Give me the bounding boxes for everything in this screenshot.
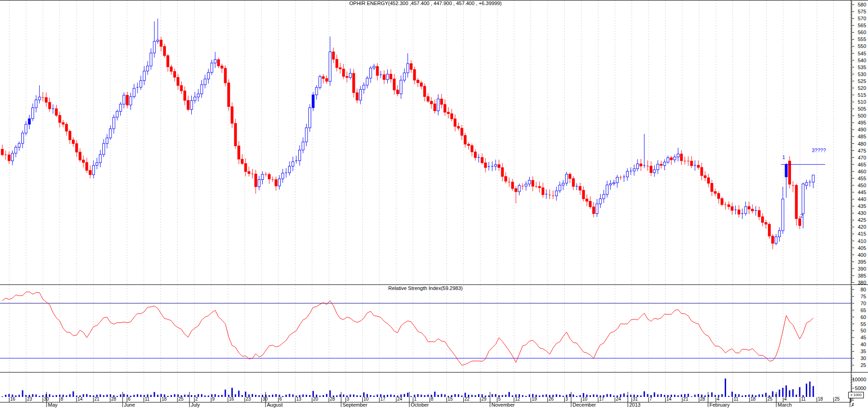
svg-text:14: 14 xyxy=(77,396,83,402)
svg-text:25: 25 xyxy=(861,362,866,368)
svg-text:April: April xyxy=(851,402,862,408)
svg-text:9: 9 xyxy=(212,396,215,402)
svg-text:23: 23 xyxy=(27,396,33,402)
svg-text:405: 405 xyxy=(858,245,866,251)
svg-text:490: 490 xyxy=(858,127,866,132)
svg-text:515: 515 xyxy=(858,92,866,98)
svg-text:10000: 10000 xyxy=(852,377,866,382)
svg-text:430: 430 xyxy=(858,210,866,216)
svg-text:385: 385 xyxy=(858,273,866,278)
svg-text:10: 10 xyxy=(582,396,588,402)
svg-text:570: 570 xyxy=(858,16,866,21)
svg-text:11: 11 xyxy=(801,396,806,402)
svg-text:45: 45 xyxy=(861,335,866,340)
svg-text:21: 21 xyxy=(683,396,689,402)
svg-text:390: 390 xyxy=(858,266,866,272)
svg-text:18: 18 xyxy=(818,396,823,402)
svg-text:530: 530 xyxy=(858,71,866,77)
svg-text:55: 55 xyxy=(861,321,866,327)
svg-text:465: 465 xyxy=(858,162,866,167)
svg-text:480: 480 xyxy=(858,141,866,147)
svg-text:July: July xyxy=(191,402,200,408)
svg-text:485: 485 xyxy=(858,134,866,139)
svg-text:50: 50 xyxy=(861,328,866,333)
svg-text:17: 17 xyxy=(599,396,605,402)
price-panel-title: OPHIR ENERGY(452.300 ,457.400 , 447.900 … xyxy=(0,0,851,6)
svg-text:75: 75 xyxy=(861,294,866,299)
rsi-panel-title: Relative Strength Index(59.2983) xyxy=(0,285,851,291)
svg-text:23: 23 xyxy=(246,396,251,402)
rsi-line xyxy=(2,292,813,365)
svg-text:6: 6 xyxy=(128,396,131,402)
chart-window: 123????580575570565560555550545540535530… xyxy=(0,0,868,408)
svg-text:535: 535 xyxy=(858,65,866,70)
weekly-gridlines xyxy=(9,0,850,402)
svg-text:2013: 2013 xyxy=(629,402,640,408)
svg-text:400: 400 xyxy=(858,252,866,258)
svg-text:80: 80 xyxy=(861,287,866,292)
svg-text:555: 555 xyxy=(858,36,866,42)
svg-text:455: 455 xyxy=(858,176,866,181)
svg-text:8: 8 xyxy=(61,396,64,402)
svg-text:June: June xyxy=(124,402,135,408)
svg-text:525: 525 xyxy=(858,78,866,84)
price-axis: 5805755705655605555505455405355305255205… xyxy=(851,2,866,285)
svg-text:18: 18 xyxy=(750,396,756,402)
svg-text:545: 545 xyxy=(858,51,866,56)
svg-text:May: May xyxy=(48,402,58,408)
svg-text:28: 28 xyxy=(330,396,336,402)
svg-text:520: 520 xyxy=(858,85,866,91)
svg-text:December: December xyxy=(573,402,596,408)
svg-text:15: 15 xyxy=(448,396,453,402)
svg-text:February: February xyxy=(709,402,730,408)
svg-text:August: August xyxy=(267,402,283,408)
svg-text:30: 30 xyxy=(861,355,866,361)
svg-text:24: 24 xyxy=(397,396,403,402)
svg-text:14: 14 xyxy=(667,396,672,402)
svg-text:550: 550 xyxy=(858,43,866,49)
svg-text:11: 11 xyxy=(145,396,150,402)
svg-text:425: 425 xyxy=(858,217,866,223)
svg-text:380: 380 xyxy=(858,280,866,285)
svg-text:70: 70 xyxy=(861,301,866,306)
svg-text:12: 12 xyxy=(515,396,520,402)
svg-text:11: 11 xyxy=(734,396,739,402)
wave-label-2: 2 xyxy=(800,213,803,219)
svg-text:420: 420 xyxy=(858,224,866,230)
svg-text:500: 500 xyxy=(858,113,866,118)
svg-text:28: 28 xyxy=(111,396,117,402)
svg-text:460: 460 xyxy=(858,169,866,174)
svg-text:40: 40 xyxy=(861,342,866,347)
svg-text:415: 415 xyxy=(858,231,866,237)
svg-text:21: 21 xyxy=(94,396,100,402)
svg-text:November: November xyxy=(491,402,515,408)
svg-text:470: 470 xyxy=(858,155,866,160)
chart-canvas[interactable]: 123????580575570565560555550545540535530… xyxy=(0,0,868,408)
svg-text:17: 17 xyxy=(380,396,386,402)
svg-text:30: 30 xyxy=(263,396,268,402)
svg-text:4: 4 xyxy=(784,396,787,402)
svg-text:435: 435 xyxy=(858,203,866,209)
svg-text:10: 10 xyxy=(364,396,369,402)
wave-label-3: 3???? xyxy=(812,148,826,153)
svg-text:540: 540 xyxy=(858,58,866,63)
svg-text:4: 4 xyxy=(717,396,720,402)
svg-text:505: 505 xyxy=(858,106,866,112)
svg-text:13: 13 xyxy=(296,396,302,402)
svg-text:580: 580 xyxy=(858,2,866,7)
svg-text:31: 31 xyxy=(633,396,638,402)
svg-text:22: 22 xyxy=(465,396,470,402)
svg-text:5: 5 xyxy=(498,396,501,402)
svg-text:65: 65 xyxy=(861,307,866,313)
svg-text:395: 395 xyxy=(858,259,866,265)
svg-text:560: 560 xyxy=(858,30,866,35)
svg-text:24: 24 xyxy=(616,396,621,402)
rsi-axis: 807570656055504540353025 xyxy=(851,287,866,371)
svg-text:440: 440 xyxy=(858,196,866,202)
svg-text:510: 510 xyxy=(858,99,866,105)
svg-text:8: 8 xyxy=(431,396,434,402)
svg-text:7: 7 xyxy=(650,396,652,402)
volume-bars xyxy=(2,378,814,397)
candlesticks xyxy=(1,18,815,249)
svg-text:19: 19 xyxy=(532,396,537,402)
